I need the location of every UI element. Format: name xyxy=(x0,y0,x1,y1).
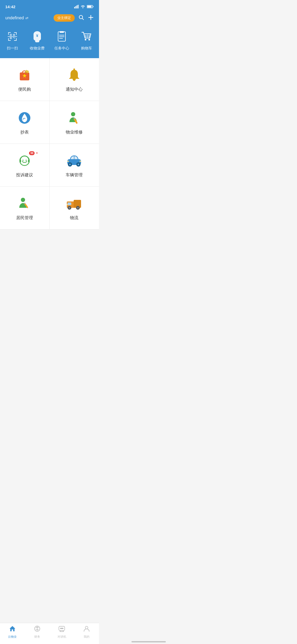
svg-rect-20 xyxy=(10,34,12,36)
status-bar: 14:42 xyxy=(0,0,99,12)
grid-item-notify[interactable]: 通知中心 xyxy=(50,58,99,101)
scan-label: 扫一扫 xyxy=(7,46,18,51)
svg-rect-51 xyxy=(28,160,30,162)
svg-rect-16 xyxy=(8,38,9,41)
plus-icon xyxy=(88,15,94,20)
grid-item-meter[interactable]: 抄表 xyxy=(0,101,50,144)
svg-rect-61 xyxy=(79,161,81,162)
notify-icon xyxy=(66,67,83,84)
meter-icon xyxy=(16,109,33,126)
fee-label: 收物业费 xyxy=(30,46,45,51)
complaint-badge: 99 xyxy=(29,151,35,155)
repair-label: 物业维修 xyxy=(66,130,83,135)
grid-item-shopping[interactable]: 便民购 xyxy=(0,58,50,101)
svg-point-33 xyxy=(88,39,90,40)
location-text: undefined xyxy=(5,16,24,20)
search-button[interactable] xyxy=(78,15,84,22)
svg-rect-29 xyxy=(59,35,64,35)
complaint-label: 投诉建议 xyxy=(16,172,33,178)
meter-label: 抄表 xyxy=(20,130,29,135)
header-location[interactable]: undefined ⇄ xyxy=(5,16,29,20)
svg-point-71 xyxy=(69,207,70,209)
wifi-icon xyxy=(81,5,85,8)
svg-rect-31 xyxy=(59,38,63,39)
grid-item-resident[interactable]: 居民管理 xyxy=(0,187,50,229)
svg-rect-30 xyxy=(59,36,64,37)
header-actions: 业主绑定 xyxy=(54,14,94,22)
grid-item-vehicle[interactable]: 车辆管理 xyxy=(50,144,99,187)
bind-button[interactable]: 业主绑定 xyxy=(54,14,75,22)
repair-icon xyxy=(66,109,83,126)
svg-rect-55 xyxy=(74,156,75,159)
svg-rect-2 xyxy=(77,5,77,8)
svg-rect-25 xyxy=(14,38,15,39)
grid-item-logistics[interactable]: 物流 xyxy=(50,187,99,229)
svg-rect-18 xyxy=(16,38,17,41)
status-time: 14:42 xyxy=(5,4,15,9)
svg-rect-1 xyxy=(76,6,76,8)
exchange-icon: ⇄ xyxy=(25,16,29,20)
svg-point-72 xyxy=(77,207,79,209)
status-icons xyxy=(74,5,94,8)
svg-rect-6 xyxy=(93,6,94,7)
signal-icon xyxy=(74,5,79,8)
logistics-label: 物流 xyxy=(70,215,78,221)
resident-icon xyxy=(16,195,33,212)
complaint-badge-plus: + xyxy=(36,151,38,155)
svg-point-7 xyxy=(79,15,83,19)
header: undefined ⇄ 业主绑定 xyxy=(0,12,99,27)
resident-label: 居民管理 xyxy=(16,215,33,221)
scan-icon xyxy=(6,30,19,43)
grid-menu: 便民购 通知中心 抄表 xyxy=(0,58,99,229)
svg-point-62 xyxy=(21,198,25,202)
vehicle-label: 车辆管理 xyxy=(66,172,83,178)
svg-rect-21 xyxy=(13,34,15,36)
battery-icon xyxy=(87,5,94,8)
svg-point-58 xyxy=(69,164,71,165)
quick-item-task[interactable]: 任务中心 xyxy=(50,30,74,51)
svg-rect-5 xyxy=(87,6,92,8)
svg-rect-50 xyxy=(20,160,21,162)
quick-item-fee[interactable]: ¥ 收物业费 xyxy=(25,30,50,51)
svg-point-45 xyxy=(71,112,75,116)
add-button[interactable] xyxy=(88,15,94,22)
cart-label: 购物车 xyxy=(81,46,92,51)
svg-rect-24 xyxy=(15,37,15,38)
svg-rect-19 xyxy=(8,36,17,37)
svg-rect-3 xyxy=(78,5,79,8)
svg-point-43 xyxy=(73,68,75,70)
svg-line-8 xyxy=(82,18,84,20)
task-label: 任务中心 xyxy=(54,46,69,51)
vehicle-icon xyxy=(66,152,83,169)
shopping-label: 便民购 xyxy=(18,87,31,92)
quick-item-cart[interactable]: 购物车 xyxy=(74,30,99,51)
shopping-icon xyxy=(16,67,33,84)
task-icon xyxy=(55,30,69,43)
notify-label: 通知中心 xyxy=(66,87,83,92)
cart-icon xyxy=(80,30,93,43)
complaint-icon: 99 + xyxy=(16,152,33,169)
fee-icon: ¥ xyxy=(30,30,44,43)
search-icon xyxy=(78,15,84,20)
logistics-icon xyxy=(66,195,83,212)
svg-rect-23 xyxy=(13,37,14,38)
grid-item-complaint[interactable]: 99 + 投诉建议 xyxy=(0,144,50,187)
svg-point-53 xyxy=(26,160,27,161)
svg-point-59 xyxy=(78,164,79,165)
svg-text:¥: ¥ xyxy=(36,34,38,38)
svg-point-32 xyxy=(85,39,86,40)
svg-rect-14 xyxy=(16,32,17,35)
svg-rect-73 xyxy=(67,204,68,205)
grid-item-repair[interactable]: 物业维修 xyxy=(50,101,99,144)
svg-rect-0 xyxy=(74,7,75,8)
quick-item-scan[interactable]: 扫一扫 xyxy=(0,30,25,51)
svg-rect-68 xyxy=(68,203,71,205)
svg-rect-22 xyxy=(10,37,12,39)
svg-rect-28 xyxy=(60,31,64,33)
quick-menu: 扫一扫 ¥ 收物业费 任务中心 xyxy=(0,27,99,58)
svg-point-52 xyxy=(22,160,23,161)
svg-rect-60 xyxy=(67,161,69,162)
svg-rect-12 xyxy=(8,32,9,35)
